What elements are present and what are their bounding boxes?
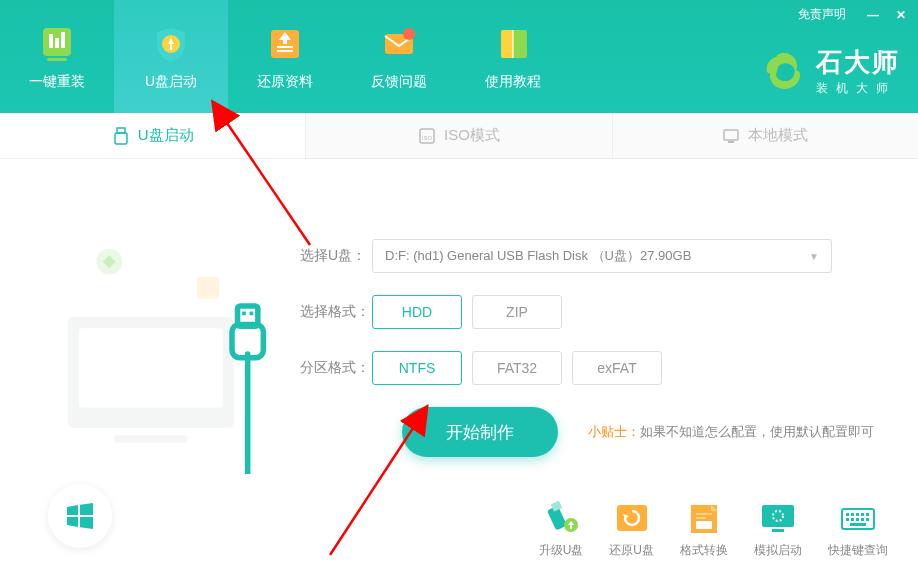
svg-rect-47 [851, 518, 854, 521]
brand-subtitle: 装机大师 [816, 80, 900, 97]
svg-rect-24 [197, 276, 219, 298]
main-nav: 一键重装 U盘启动 还原资料 反馈问题 使用教程 [0, 0, 570, 113]
svg-rect-2 [55, 38, 59, 48]
reinstall-icon [36, 23, 78, 65]
partition-option-exfat[interactable]: exFAT [572, 351, 662, 385]
svg-rect-1 [49, 34, 53, 48]
tool-label: 格式转换 [680, 542, 728, 559]
start-button[interactable]: 开始制作 [402, 407, 558, 457]
svg-rect-34 [696, 521, 712, 529]
tool-hotkey-query[interactable]: 快捷键查询 [828, 500, 888, 559]
svg-rect-12 [513, 30, 527, 58]
nav-label: 还原资料 [257, 73, 313, 91]
restore-usb-icon [611, 500, 653, 536]
restore-icon [264, 23, 306, 65]
keyboard-icon [837, 500, 879, 536]
format-option-zip[interactable]: ZIP [472, 295, 562, 329]
brand-title: 石大师 [816, 45, 900, 80]
action-row: 开始制作 小贴士：如果不知道怎么配置，使用默认配置即可 [300, 407, 878, 457]
nav-usb-boot[interactable]: U盘启动 [114, 0, 228, 113]
tool-upgrade-usb[interactable]: 升级U盘 [539, 500, 584, 559]
tab-label: ISO模式 [444, 126, 500, 145]
tool-restore-usb[interactable]: 还原U盘 [609, 500, 654, 559]
tool-simulate-boot[interactable]: 模拟启动 [754, 500, 802, 559]
simulate-boot-icon [757, 500, 799, 536]
svg-rect-45 [866, 513, 869, 516]
usb-shield-icon [150, 23, 192, 65]
svg-point-10 [403, 28, 415, 40]
window-controls: 免责声明 — ✕ [798, 6, 908, 23]
svg-rect-49 [861, 518, 864, 521]
disclaimer-link[interactable]: 免责声明 [798, 6, 846, 23]
svg-text:ISO: ISO [422, 135, 433, 141]
label-select-usb: 选择U盘： [300, 247, 372, 265]
svg-rect-42 [851, 513, 854, 516]
upgrade-usb-icon [540, 500, 582, 536]
brand: 石大师 装机大师 [762, 45, 900, 97]
usb-select-value: D:F: (hd1) General USB Flash Disk （U盘）27… [385, 247, 691, 265]
main-panel: 选择U盘： D:F: (hd1) General USB Flash Disk … [0, 159, 918, 457]
title-bar: 一键重装 U盘启动 还原资料 反馈问题 使用教程 免责声 [0, 0, 918, 113]
svg-rect-32 [617, 505, 647, 531]
book-icon [492, 23, 534, 65]
iso-icon: ISO [418, 127, 436, 145]
usb-illustration [50, 234, 270, 474]
label-select-format: 选择格式： [300, 303, 372, 321]
nav-reinstall[interactable]: 一键重装 [0, 0, 114, 113]
svg-rect-21 [79, 328, 223, 407]
svg-rect-43 [856, 513, 859, 516]
svg-rect-44 [861, 513, 864, 516]
svg-rect-19 [728, 141, 734, 143]
row-select-usb: 选择U盘： D:F: (hd1) General USB Flash Disk … [300, 239, 878, 273]
minimize-button[interactable]: — [866, 8, 880, 22]
svg-rect-48 [856, 518, 859, 521]
close-button[interactable]: ✕ [894, 8, 908, 22]
nav-tutorial[interactable]: 使用教程 [456, 0, 570, 113]
nav-feedback[interactable]: 反馈问题 [342, 0, 456, 113]
svg-rect-18 [724, 130, 738, 140]
format-option-hdd[interactable]: HDD [372, 295, 462, 329]
svg-rect-50 [866, 518, 869, 521]
nav-label: 使用教程 [485, 73, 541, 91]
tool-label: 还原U盘 [609, 542, 654, 559]
svg-rect-51 [850, 523, 866, 526]
feedback-icon [378, 23, 420, 65]
svg-rect-13 [512, 30, 514, 58]
svg-rect-4 [47, 58, 67, 61]
row-partition: 分区格式： NTFS FAT32 exFAT [300, 351, 878, 385]
label-partition: 分区格式： [300, 359, 372, 377]
svg-rect-41 [846, 513, 849, 516]
brand-logo-icon [762, 49, 806, 93]
svg-rect-7 [277, 46, 293, 48]
tip-body: 如果不知道怎么配置，使用默认配置即可 [640, 424, 874, 439]
svg-rect-36 [696, 517, 706, 519]
svg-rect-27 [242, 312, 246, 316]
partition-option-ntfs[interactable]: NTFS [372, 351, 462, 385]
tip-prefix: 小贴士： [588, 424, 640, 439]
svg-rect-37 [762, 505, 794, 527]
svg-rect-8 [277, 50, 293, 52]
tab-usb-boot[interactable]: U盘启动 [0, 113, 305, 158]
svg-rect-3 [61, 32, 65, 48]
usb-select[interactable]: D:F: (hd1) General USB Flash Disk （U盘）27… [372, 239, 832, 273]
windows-badge [48, 484, 112, 548]
tab-label: 本地模式 [748, 126, 808, 145]
tool-label: 升级U盘 [539, 542, 584, 559]
nav-label: 反馈问题 [371, 73, 427, 91]
tip-text: 小贴士：如果不知道怎么配置，使用默认配置即可 [588, 423, 874, 441]
tool-format-convert[interactable]: 格式转换 [680, 500, 728, 559]
svg-rect-22 [114, 435, 188, 442]
tab-local[interactable]: 本地模式 [612, 113, 918, 158]
nav-label: 一键重装 [29, 73, 85, 91]
svg-rect-15 [115, 133, 127, 144]
bottom-toolbar: 升级U盘 还原U盘 格式转换 模拟启动 快捷键查询 [539, 500, 888, 559]
svg-rect-46 [846, 518, 849, 521]
usb-icon [112, 127, 130, 145]
tab-label: U盘启动 [138, 126, 194, 145]
tab-iso[interactable]: ISO ISO模式 [305, 113, 611, 158]
nav-label: U盘启动 [145, 73, 197, 91]
nav-restore[interactable]: 还原资料 [228, 0, 342, 113]
partition-option-fat32[interactable]: FAT32 [472, 351, 562, 385]
windows-icon [63, 499, 97, 533]
monitor-icon [722, 127, 740, 145]
